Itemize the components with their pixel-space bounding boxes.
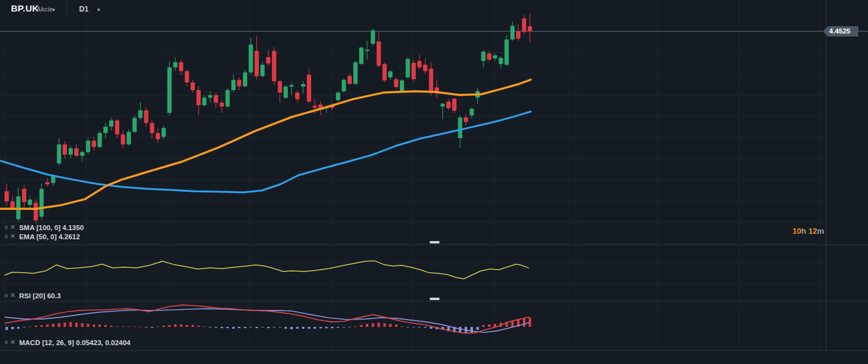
price-axis[interactable]: 4.36674.28324.19974.11624.03283.94933.86… <box>826 0 868 351</box>
candle-body <box>301 84 306 86</box>
macd-histogram-bar <box>430 327 432 329</box>
candle-body <box>382 64 387 80</box>
macd-histogram-bar <box>477 327 479 330</box>
candle-body <box>197 90 201 105</box>
candle-body <box>121 135 125 145</box>
macd-histogram-bar <box>226 327 229 328</box>
candle-body <box>254 51 259 77</box>
candle-body <box>307 75 311 102</box>
indicator-settings-icon[interactable]: ≡ <box>4 292 8 299</box>
macd-histogram-bar <box>110 326 113 327</box>
indicator-settings-icon[interactable]: ≡ <box>4 233 8 240</box>
macd-histogram-bar <box>12 327 14 329</box>
macd-histogram-bar <box>395 324 397 327</box>
candle-body <box>80 152 85 156</box>
macd-histogram-bar <box>46 324 49 327</box>
candle-body <box>69 149 73 155</box>
candle-body <box>173 62 178 67</box>
indicator-settings-icon[interactable]: ≡ <box>4 339 8 346</box>
macd-histogram-bar <box>372 323 374 327</box>
macd-histogram-bar <box>290 327 293 329</box>
candle-body <box>278 81 282 93</box>
candle-body <box>522 18 527 32</box>
macd-histogram-bar <box>17 327 19 329</box>
candle-body <box>191 83 195 91</box>
indicator-remove-icon[interactable]: × <box>10 339 15 346</box>
macd-histogram-bar <box>156 326 159 327</box>
candle-body <box>261 65 265 76</box>
candle-body <box>115 121 119 135</box>
macd-histogram-bar <box>296 327 299 329</box>
countdown-minutes: 12 <box>808 226 817 236</box>
candle-body <box>406 59 410 77</box>
time-axis[interactable]: 30.06.202518.07.202507.08.202528.08.2025… <box>0 351 868 364</box>
chart-canvas[interactable] <box>0 0 868 364</box>
macd-histogram-bar <box>482 325 485 327</box>
symbol-selector[interactable]: BP.UK <box>11 3 39 13</box>
indicator-settings-icon[interactable]: ≡ <box>4 224 8 231</box>
macd-histogram-bar <box>366 324 368 327</box>
macd-histogram-bar <box>58 323 60 327</box>
macd-histogram-bar <box>168 325 170 327</box>
macd-histogram-bar <box>279 327 281 327</box>
sma-legend-label: SMA [100, 0] 4.1350 <box>19 224 83 231</box>
timeframe-selector[interactable]: D1 <box>79 5 88 13</box>
candle-body <box>441 103 445 107</box>
indicator-remove-icon[interactable]: × <box>10 292 15 299</box>
macd-histogram-bar <box>349 327 351 327</box>
macd-histogram-bar <box>343 327 345 327</box>
candle-body <box>487 54 491 60</box>
candle-body <box>33 203 38 220</box>
chevron-down-icon[interactable]: ▼ <box>96 7 101 13</box>
macd-line <box>5 305 530 333</box>
candle-body <box>179 62 183 71</box>
macd-histogram-bar <box>337 327 339 328</box>
candle-body <box>40 189 44 217</box>
macd-histogram-bar <box>424 327 427 328</box>
candle-body <box>237 80 242 86</box>
macd-signal-line <box>5 309 530 332</box>
macd-histogram-bar <box>320 327 322 328</box>
macd-histogram-bar <box>511 321 514 327</box>
macd-legend: ≡ × MACD [12, 26, 9] 0.05423, 0.02404 <box>4 338 130 346</box>
macd-histogram-bar <box>174 324 177 327</box>
panel-resize-handle[interactable] <box>430 241 439 243</box>
panel-resize-handle[interactable] <box>430 298 439 300</box>
macd-histogram-bar <box>35 326 37 327</box>
macd-histogram-bar <box>250 327 252 327</box>
candle-body <box>225 90 229 107</box>
candle-body <box>418 61 422 67</box>
candle-body <box>103 127 108 133</box>
macd-histogram-bar <box>145 327 147 327</box>
candle-body <box>510 26 514 39</box>
candle-body <box>481 52 486 61</box>
macd-histogram-bar <box>52 324 54 327</box>
macd-histogram-bar <box>186 325 188 327</box>
rsi-legend: ≡ × RSI [20] 60.3 <box>4 292 61 299</box>
candle-body <box>348 76 352 84</box>
indicator-remove-icon[interactable]: × <box>10 224 15 231</box>
macd-histogram-bar <box>128 326 130 327</box>
candle-body <box>394 79 398 87</box>
candle-body <box>313 106 317 108</box>
macd-histogram-bar <box>233 327 235 329</box>
macd-histogram-bar <box>122 326 124 327</box>
rsi-legend-label: RSI [20] 60.3 <box>19 292 60 299</box>
macd-histogram-bar <box>308 327 310 329</box>
macd-histogram-bar <box>331 327 334 328</box>
candle-body <box>411 63 416 79</box>
candle-body <box>336 93 340 100</box>
candle-body <box>446 102 450 108</box>
chevron-down-icon[interactable]: ▼ <box>51 7 56 13</box>
sma-legend: ≡ × SMA [100, 0] 4.1350 <box>4 223 84 231</box>
candle-body <box>400 80 404 91</box>
indicator-remove-icon[interactable]: × <box>10 233 15 240</box>
macd-histogram-bar <box>5 327 8 330</box>
macd-histogram-bar <box>197 326 200 327</box>
macd-histogram-bar <box>284 327 287 329</box>
macd-legend-label: MACD [12, 26, 9] 0.05423, 0.02404 <box>19 339 130 346</box>
ema-legend: ≡ × EMA [50, 0] 4.2612 <box>4 233 80 240</box>
macd-histogram-bar <box>180 324 183 327</box>
macd-histogram-bar <box>360 325 363 327</box>
candle-body <box>127 132 131 145</box>
